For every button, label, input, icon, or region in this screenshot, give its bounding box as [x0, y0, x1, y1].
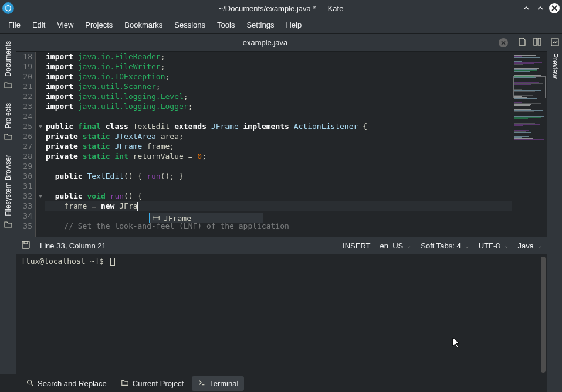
bottom-tab-current-project[interactable]: Current Project — [115, 376, 189, 391]
menu-projects[interactable]: Projects — [79, 18, 119, 32]
code-line[interactable]: import java.io.FileReader; — [45, 52, 512, 62]
line-number: 18 — [16, 52, 32, 62]
tab-close-icon[interactable] — [499, 38, 508, 47]
folder-icon — [121, 379, 129, 388]
line-number: 20 — [16, 71, 32, 81]
line-number: 32 — [16, 191, 32, 201]
code-line[interactable]: import java.util.Scanner; — [45, 81, 512, 91]
code-line[interactable] — [45, 211, 512, 221]
svg-rect-9 — [24, 241, 28, 244]
code-area[interactable]: import java.io.FileReader;import java.io… — [45, 52, 512, 237]
code-line[interactable]: public void run() { — [45, 191, 512, 201]
menu-edit[interactable]: Edit — [26, 18, 51, 32]
maximize-button[interactable] — [535, 3, 546, 13]
document-tab[interactable]: example.java — [18, 38, 513, 47]
menu-tools[interactable]: Tools — [211, 18, 241, 32]
svg-rect-3 — [534, 38, 537, 45]
line-number: 26 — [16, 131, 32, 141]
minimize-button[interactable] — [521, 3, 531, 13]
terminal-prompt: [tux@localhost ~]$ — [21, 257, 109, 265]
fold-marker — [36, 171, 45, 181]
fold-marker — [36, 71, 45, 81]
encoding-selector[interactable]: UTF-8⌄ — [479, 241, 509, 250]
panel-tab-filesystem-browser[interactable]: Filesystem Browser — [4, 151, 12, 220]
terminal-cursor — [110, 258, 115, 266]
fold-marker — [36, 201, 45, 211]
fold-marker — [36, 181, 45, 191]
titlebar: ~/Documents/example.java * — Kate — [0, 0, 562, 16]
bottom-tab-label: Current Project — [133, 379, 184, 388]
menu-sessions[interactable]: Sessions — [168, 18, 211, 32]
bottom-tab-search-and-replace[interactable]: Search and Replace — [20, 376, 113, 391]
minimap[interactable] — [512, 52, 547, 237]
cursor-position[interactable]: Line 33, Column 21 — [40, 241, 106, 250]
fold-marker — [36, 131, 45, 141]
code-line[interactable]: import java.util.logging.Logger; — [45, 101, 512, 111]
panel-tab-projects[interactable]: Projects — [4, 100, 12, 132]
folder-icon — [4, 132, 13, 145]
code-line[interactable]: private static JFrame frame; — [45, 141, 512, 151]
menu-bookmarks[interactable]: Bookmarks — [119, 18, 168, 32]
fold-marker — [36, 62, 45, 71]
terminal-scrollbar[interactable] — [541, 257, 546, 373]
code-line[interactable]: import java.util.logging.Level; — [45, 91, 512, 101]
menu-view[interactable]: View — [51, 18, 79, 32]
panel-tab-documents[interactable]: Documents — [4, 38, 12, 80]
right-sidebar: Preview — [547, 34, 562, 392]
line-number: 30 — [16, 171, 32, 181]
menu-settings[interactable]: Settings — [241, 18, 280, 32]
line-number: 29 — [16, 161, 32, 171]
preview-icon — [550, 38, 560, 50]
code-line[interactable]: frame = new JFra — [45, 201, 512, 211]
svg-rect-4 — [538, 38, 541, 45]
locale-selector[interactable]: en_US⌄ — [380, 241, 412, 250]
folder-icon — [4, 80, 13, 94]
menu-file[interactable]: File — [2, 18, 26, 32]
line-number: 19 — [16, 62, 32, 71]
tabs-selector[interactable]: Soft Tabs: 4⌄ — [421, 241, 469, 250]
line-number: 24 — [16, 111, 32, 121]
code-line[interactable]: // Set the look-and-feel (LNF) of the ap… — [45, 221, 512, 231]
split-view-icon[interactable] — [533, 37, 542, 48]
document-tabbar: example.java — [0, 34, 562, 52]
code-line[interactable]: private static int returnValue = 0; — [45, 151, 512, 161]
code-line[interactable] — [45, 111, 512, 121]
editor: 181920212223242526272829303132333435 ▼▼ … — [16, 52, 547, 237]
code-line[interactable]: public TextEdit() { run(); } — [45, 171, 512, 181]
code-line[interactable]: public final class TextEdit extends JFra… — [45, 121, 512, 131]
menu-help[interactable]: Help — [280, 18, 307, 32]
line-number: 25 — [16, 121, 32, 131]
code-line[interactable]: private static JTextArea area; — [45, 131, 512, 141]
code-line[interactable] — [45, 161, 512, 171]
line-number: 33 — [16, 201, 32, 211]
close-button[interactable] — [549, 3, 560, 13]
window-title: ~/Documents/example.java * — Kate — [0, 4, 562, 13]
line-number: 22 — [16, 91, 32, 101]
menubar: FileEditViewProjectsBookmarksSessionsToo… — [0, 16, 562, 34]
terminal-panel[interactable]: [tux@localhost ~]$ — [16, 254, 547, 375]
fold-marker — [36, 161, 45, 171]
fold-marker — [36, 141, 45, 151]
line-number: 28 — [16, 151, 32, 161]
fold-marker[interactable]: ▼ — [36, 191, 45, 201]
autocomplete-item: JFrame — [164, 214, 191, 223]
code-line[interactable] — [45, 181, 512, 191]
code-line[interactable]: import java.io.FileWriter; — [45, 62, 512, 71]
panel-tab-preview[interactable]: Preview — [551, 50, 559, 82]
search-icon — [26, 379, 34, 388]
language-selector[interactable]: Java⌄ — [518, 241, 542, 250]
line-number: 35 — [16, 221, 32, 231]
fold-marker — [36, 52, 45, 62]
new-doc-icon[interactable] — [517, 37, 527, 48]
svg-rect-7 — [153, 216, 160, 220]
tab-label: example.java — [243, 38, 288, 47]
terminal-icon — [198, 379, 206, 388]
autocomplete-popup[interactable]: JFrame — [149, 213, 263, 223]
save-status-icon[interactable] — [21, 240, 31, 251]
fold-marker[interactable]: ▼ — [36, 121, 45, 131]
bottom-tab-terminal[interactable]: Terminal — [192, 376, 244, 391]
fold-marker — [36, 111, 45, 121]
line-number: 27 — [16, 141, 32, 151]
code-line[interactable]: import java.io.IOException; — [45, 71, 512, 81]
insert-mode[interactable]: INSERT — [343, 241, 370, 250]
